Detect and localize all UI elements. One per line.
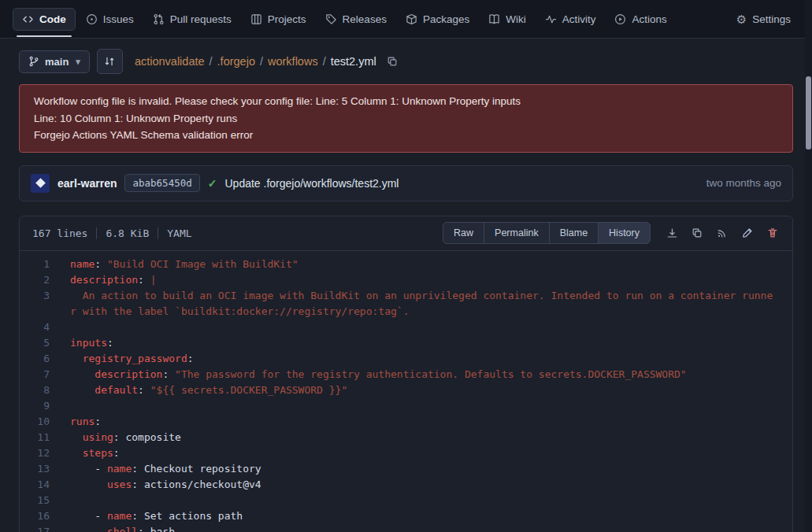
commit-author[interactable]: earl-warren bbox=[57, 177, 117, 190]
line-number[interactable]: 6 bbox=[20, 351, 61, 367]
line-content: - name: Set actions path bbox=[61, 508, 792, 524]
breadcrumb-link[interactable]: .forgejo bbox=[217, 55, 255, 68]
code-line: 7 description: "The password for the reg… bbox=[20, 367, 792, 382]
line-number[interactable]: 7 bbox=[20, 367, 61, 382]
raw-button[interactable]: Raw bbox=[443, 222, 484, 244]
divider bbox=[96, 227, 97, 239]
copy-icon bbox=[691, 227, 703, 238]
compare-button[interactable] bbox=[97, 49, 123, 74]
play-circle-icon bbox=[614, 13, 626, 25]
rss-button[interactable] bbox=[710, 221, 734, 245]
nav-item-label: Activity bbox=[562, 13, 596, 25]
rss-icon bbox=[717, 227, 728, 238]
error-line: Forgejo Actions YAML Schema validation e… bbox=[34, 127, 778, 144]
nav-item-issues[interactable]: Issues bbox=[77, 0, 143, 38]
nav-item-label: Pull requests bbox=[170, 13, 232, 25]
book-icon bbox=[488, 13, 500, 25]
line-content: - name: Checkout repository bbox=[61, 461, 792, 477]
code-line: 12 steps: bbox=[20, 445, 792, 461]
branch-selector[interactable]: main ▾ bbox=[19, 50, 90, 73]
code-icon bbox=[22, 13, 34, 25]
file-info: 167 lines 6.8 KiB YAML bbox=[32, 227, 192, 239]
edit-icon bbox=[742, 227, 753, 238]
nav-item-settings[interactable]: ⚙ Settings bbox=[728, 0, 799, 38]
repo-tab-bar: CodeIssuesPull requestsProjectsReleasesP… bbox=[0, 0, 812, 39]
pulse-icon bbox=[545, 13, 557, 25]
nav-item-label: Releases bbox=[343, 13, 387, 25]
commit-message[interactable]: Update .forgejo/workflows/test2.yml bbox=[224, 177, 399, 190]
last-commit-bar: earl-warren abab65450d ✓ Update .forgejo… bbox=[19, 165, 793, 201]
code-line: 9 bbox=[20, 398, 792, 414]
line-number[interactable]: 17 bbox=[20, 524, 61, 532]
nav-item-label: Projects bbox=[268, 13, 306, 25]
tag-icon bbox=[325, 13, 337, 25]
commit-hash-badge[interactable]: abab65450d bbox=[124, 174, 199, 192]
delete-button[interactable] bbox=[761, 221, 784, 245]
line-number[interactable]: 5 bbox=[20, 335, 61, 351]
error-line: Line: 10 Column 1: Unknown Property runs bbox=[34, 110, 778, 127]
line-number[interactable]: 14 bbox=[20, 477, 61, 493]
breadcrumb-link[interactable]: workflows bbox=[268, 55, 318, 68]
line-number[interactable]: 2 bbox=[20, 272, 61, 288]
copy-button[interactable] bbox=[685, 221, 709, 245]
line-content: registry_password: bbox=[61, 351, 792, 367]
line-content: An action to build an OCI image with Bui… bbox=[61, 288, 792, 320]
copy-path-button[interactable] bbox=[387, 56, 398, 67]
scrollbar-thumb[interactable] bbox=[806, 76, 811, 150]
nav-item-actions[interactable]: Actions bbox=[606, 0, 675, 38]
nav-item-pull-requests[interactable]: Pull requests bbox=[144, 0, 240, 38]
nav-item-label: Actions bbox=[632, 13, 666, 25]
file-size: 6.8 KiB bbox=[106, 227, 149, 239]
code-line: 5inputs: bbox=[20, 335, 792, 351]
page-scrollbar bbox=[805, 0, 812, 532]
breadcrumb-separator: / bbox=[323, 55, 326, 68]
line-number[interactable]: 12 bbox=[20, 445, 61, 461]
code-line: 8 default: "${{ secrets.DOCKER_PASSWORD … bbox=[20, 382, 792, 398]
divider bbox=[158, 227, 158, 239]
breadcrumb-separator: / bbox=[260, 55, 263, 68]
gear-icon: ⚙ bbox=[736, 13, 747, 25]
line-content: runs: bbox=[61, 414, 792, 430]
line-number[interactable]: 16 bbox=[20, 508, 61, 524]
line-number[interactable]: 4 bbox=[20, 320, 61, 335]
file-view-buttons: RawPermalinkBlameHistory bbox=[443, 222, 651, 244]
line-content: steps: bbox=[61, 445, 792, 461]
nav-item-projects[interactable]: Projects bbox=[242, 0, 315, 38]
line-number[interactable]: 10 bbox=[20, 414, 61, 430]
line-number[interactable]: 9 bbox=[20, 398, 61, 414]
line-number[interactable]: 1 bbox=[20, 257, 61, 272]
blame-button[interactable]: Blame bbox=[549, 222, 599, 244]
history-button[interactable]: History bbox=[598, 222, 651, 244]
avatar-logo bbox=[35, 178, 46, 188]
code-line: 16 - name: Set actions path bbox=[20, 508, 792, 524]
file-line-count: 167 lines bbox=[32, 227, 87, 239]
nav-item-packages[interactable]: Packages bbox=[397, 0, 478, 38]
file-view: 167 lines 6.8 KiB YAML RawPermalinkBlame… bbox=[19, 216, 793, 532]
nav-item-code[interactable]: Code bbox=[13, 8, 76, 31]
line-number[interactable]: 8 bbox=[20, 382, 61, 398]
commit-status-check-icon[interactable]: ✓ bbox=[208, 177, 217, 190]
nav-item-wiki[interactable]: Wiki bbox=[480, 0, 535, 38]
download-button[interactable] bbox=[660, 221, 684, 245]
line-number[interactable]: 11 bbox=[20, 430, 61, 445]
permalink-button[interactable]: Permalink bbox=[484, 222, 550, 244]
file-tool-icons bbox=[660, 221, 784, 245]
line-number[interactable]: 13 bbox=[20, 461, 61, 477]
breadcrumb-link[interactable]: actionvalidate bbox=[135, 55, 205, 68]
line-number[interactable]: 15 bbox=[20, 493, 61, 508]
nav-item-label: Packages bbox=[423, 13, 469, 25]
avatar[interactable] bbox=[31, 174, 50, 193]
line-content: description: "The password for the regis… bbox=[61, 367, 792, 382]
nav-item-activity[interactable]: Activity bbox=[536, 0, 605, 38]
line-number[interactable]: 3 bbox=[20, 288, 61, 320]
file-header: 167 lines 6.8 KiB YAML RawPermalinkBlame… bbox=[20, 216, 792, 251]
code-line: 14 uses: actions/checkout@v4 bbox=[20, 477, 792, 493]
nav-item-releases[interactable]: Releases bbox=[317, 0, 395, 38]
nav-item-label: Settings bbox=[752, 13, 791, 25]
code-line: 1name: "Build OCI Image with BuildKit" bbox=[20, 257, 792, 272]
download-icon bbox=[666, 227, 678, 239]
code-line: 3 An action to build an OCI image with B… bbox=[20, 288, 792, 320]
branch-name: main bbox=[45, 56, 69, 68]
branch-icon bbox=[28, 56, 39, 67]
edit-button[interactable] bbox=[736, 221, 759, 245]
